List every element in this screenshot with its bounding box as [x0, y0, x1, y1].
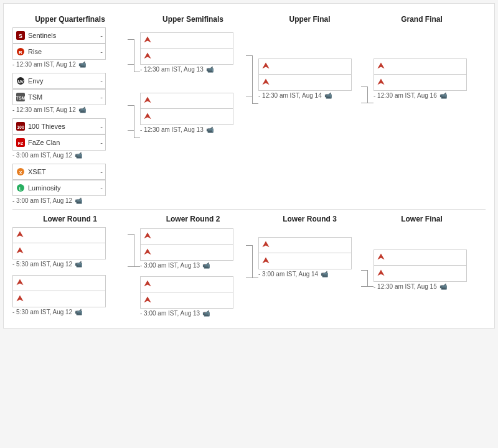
team-row[interactable] — [140, 245, 233, 261]
upper-semifinals-col: Upper Semifinals - 12:30 am IST, Aug 13 … — [140, 15, 246, 134]
val-logo-3 — [143, 96, 152, 106]
val-logo-8 — [377, 78, 385, 88]
team-row[interactable] — [140, 49, 233, 65]
team-score: - — [100, 139, 103, 146]
val-logo-7 — [377, 62, 385, 72]
camera-icon: 📹 — [206, 126, 214, 133]
lower-round1-col: Lower Round 1 - 5:30 am IST, Aug 12 📹 — [12, 215, 128, 315]
camera-icon: 📹 — [75, 152, 82, 159]
team-row[interactable] — [140, 228, 233, 245]
team-score: - — [100, 77, 103, 85]
team-score: - — [100, 123, 103, 130]
team-row[interactable] — [258, 237, 352, 253]
team-score: - — [100, 93, 103, 101]
val-logo-lfb — [377, 269, 385, 279]
uq-match-1: S Sentinels - R Rise - - 12:30 am IST, — [12, 27, 128, 68]
us-match-2-time: - 12:30 am IST, Aug 13 📹 — [140, 126, 246, 133]
team-score: - — [100, 48, 103, 55]
svg-text:R: R — [19, 50, 22, 55]
team-row[interactable] — [140, 276, 233, 292]
team-name: Sentinels — [28, 32, 98, 39]
team-row[interactable] — [258, 58, 352, 75]
team-row[interactable] — [374, 250, 467, 266]
camera-icon: 📹 — [78, 106, 86, 113]
match-time: - 3:00 am IST, Aug 12 📹 — [12, 152, 128, 159]
val-logo-lr2a — [143, 231, 152, 241]
team-row[interactable]: 100 100 Thieves - — [12, 118, 106, 134]
lr2-match-1-time: - 3:00 am IST, Aug 13 📹 — [140, 262, 246, 269]
team-row[interactable] — [140, 109, 233, 125]
gf-title: Grand Final — [374, 15, 470, 24]
team-row[interactable]: TSM TSM - — [12, 89, 106, 105]
team-row[interactable] — [12, 275, 106, 291]
team-row[interactable]: L Luminosity - — [12, 180, 106, 196]
lower-final-col: Lower Final - 12:30 am IST, Aug 15 📹 — [374, 215, 470, 290]
team-row[interactable] — [258, 253, 352, 269]
sentinels-logo: S — [16, 30, 26, 40]
camera-icon: 📹 — [439, 92, 447, 99]
val-logo-lr1b — [16, 246, 24, 256]
val-logo-lr1a — [16, 230, 24, 240]
match-time: - 12:30 am IST, Aug 12 📹 — [12, 61, 128, 68]
val-logo-lfa — [377, 253, 385, 263]
uq-title: Upper Quarterfinals — [12, 15, 128, 24]
camera-icon: 📹 — [78, 61, 86, 68]
lf-title: Lower Final — [374, 215, 470, 223]
svg-text:NV: NV — [17, 80, 24, 84]
upper-final-col: Upper Final - 12:30 am IST, Aug 14 📹 — [258, 15, 361, 99]
val-logo-6 — [261, 78, 270, 88]
bracket-container: Upper Quarterfinals S Sentinels - R — [3, 3, 495, 329]
team-row[interactable] — [140, 32, 233, 49]
team-row[interactable] — [12, 243, 106, 259]
team-row[interactable]: S Sentinels - — [12, 27, 106, 44]
team-row[interactable] — [258, 75, 352, 91]
camera-icon: 📹 — [75, 309, 82, 315]
val-logo-lr1d — [16, 294, 24, 304]
lower-round3-col: Lower Round 3 - 3:00 am IST, Aug 14 📹 — [258, 215, 361, 279]
uf-title: Upper Final — [258, 15, 361, 24]
lr1-match-2-time: - 5:30 am IST, Aug 12 📹 — [12, 309, 128, 315]
team-row[interactable] — [374, 266, 467, 282]
val-logo-lr2c — [143, 279, 152, 289]
team-row[interactable] — [140, 292, 233, 309]
lr1-match-1: - 5:30 am IST, Aug 12 📹 — [12, 227, 128, 268]
rise-logo: R — [16, 47, 26, 57]
luminosity-logo: L — [16, 183, 26, 193]
team-row[interactable] — [12, 291, 106, 307]
camera-icon: 📹 — [202, 262, 210, 269]
camera-icon: 📹 — [324, 92, 332, 99]
team-name: FaZe Clan — [28, 139, 98, 146]
lf-time: - 12:30 am IST, Aug 15 📹 — [374, 283, 470, 290]
lr2-match-1: - 3:00 am IST, Aug 13 📹 — [140, 228, 246, 269]
camera-icon: 📹 — [202, 310, 210, 317]
team-row[interactable]: R Rise - — [12, 44, 106, 60]
val-logo-lr1c — [16, 278, 24, 288]
team-score: - — [100, 168, 103, 175]
val-logo-lr3a — [261, 240, 270, 250]
team-row[interactable] — [12, 227, 106, 243]
lr1-match-1-time: - 5:30 am IST, Aug 12 📹 — [12, 261, 128, 268]
team-row[interactable] — [374, 75, 467, 91]
val-logo-lr3b — [261, 256, 270, 266]
svg-text:TSM: TSM — [16, 96, 25, 100]
lr1-match-2: - 5:30 am IST, Aug 12 📹 — [12, 275, 128, 315]
team-row[interactable]: FZ FaZe Clan - — [12, 134, 106, 151]
val-logo-1 — [143, 35, 152, 45]
team-row[interactable]: X XSET - — [12, 164, 106, 180]
val-logo-4 — [143, 112, 152, 122]
envy-logo: NV — [16, 76, 26, 86]
svg-text:FZ: FZ — [18, 141, 24, 146]
100t-logo: 100 — [16, 121, 26, 131]
team-name: Envy — [28, 77, 98, 85]
team-name: XSET — [28, 168, 98, 175]
val-logo-2 — [143, 52, 152, 62]
team-row[interactable] — [140, 93, 233, 109]
team-row[interactable] — [374, 58, 467, 75]
uq-match-2: NV Envy - TSM TSM - - 12:30 am IST, Au — [12, 73, 128, 113]
team-row[interactable]: NV Envy - — [12, 73, 106, 89]
us-match-2: - 12:30 am IST, Aug 13 📹 — [140, 93, 246, 133]
grand-final-col: Grand Final - 12:30 am IST, Aug 16 📹 — [374, 15, 470, 99]
camera-icon: 📹 — [206, 66, 214, 73]
us-match-1: - 12:30 am IST, Aug 13 📹 — [140, 32, 246, 73]
camera-icon: 📹 — [439, 283, 447, 290]
